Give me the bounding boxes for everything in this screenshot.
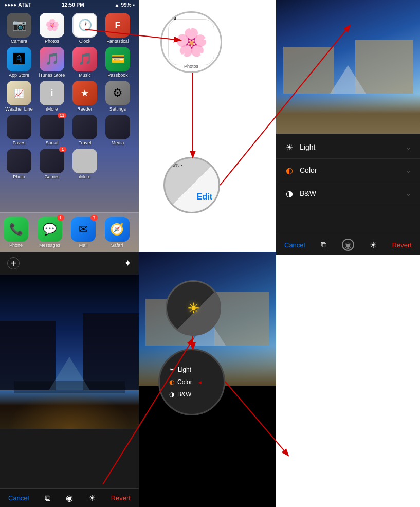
- app-travel[interactable]: Travel: [71, 115, 99, 146]
- app-passbook[interactable]: 💳 Passbook: [104, 47, 132, 78]
- menu-bw-icon: ◑: [169, 391, 174, 398]
- filter-bw-label: B&W: [300, 189, 316, 197]
- app-itunes[interactable]: 🎵 iTunes Store: [38, 47, 66, 78]
- filter-light-label: Light: [300, 143, 315, 151]
- color-icon: ◐: [284, 165, 295, 175]
- menu-bw-label: B&W: [177, 391, 191, 398]
- cancel-button[interactable]: Cancel: [8, 494, 29, 502]
- photos-icon: 🌸: [45, 19, 59, 32]
- revert-button[interactable]: Revert: [111, 494, 131, 502]
- app-imore[interactable]: i iMore: [38, 81, 66, 112]
- app-photo-label: Photo: [5, 174, 33, 179]
- zoom-photos-label: Photos: [184, 64, 198, 69]
- dock: 📞 Phone 💬 1 Messages ✉ 7 Mail: [0, 212, 139, 252]
- app-fantastical-label: Fantastical: [104, 39, 132, 44]
- passbook-icon: 💳: [111, 52, 125, 66]
- filter-list: ☀ Light ⌄ ◐ Color ⌄ ◑ B&W ⌄: [276, 134, 420, 207]
- app-camera[interactable]: 📷 Camera: [5, 13, 33, 44]
- zoom-menu-color: ◐ Color ◄: [169, 378, 203, 386]
- filter-color-left: ◐ Color: [284, 165, 317, 175]
- filter-light[interactable]: ☀ Light ⌄: [276, 136, 420, 159]
- status-time: 12:50 PM: [62, 2, 84, 8]
- app-empty: [104, 149, 132, 179]
- dock-safari[interactable]: 🧭 Safari: [103, 217, 131, 248]
- dock-messages-label: Messages: [36, 243, 64, 248]
- app-camera-label: Camera: [5, 39, 33, 44]
- filter-crop-icon[interactable]: ⧉: [321, 240, 326, 249]
- app-media[interactable]: Media: [104, 115, 132, 146]
- app-passbook-label: Passbook: [104, 73, 132, 78]
- app-music[interactable]: 🎵 Music: [71, 47, 99, 78]
- app-clock[interactable]: 🕐 Clock: [71, 13, 99, 44]
- app-travel-label: Travel: [71, 140, 99, 146]
- weatherline-icon: 📈: [14, 88, 24, 98]
- dock-phone[interactable]: 📞 Phone: [2, 217, 30, 248]
- app-settings-label: Settings: [104, 106, 132, 112]
- app-faves[interactable]: Faves: [5, 115, 33, 146]
- app-games[interactable]: 1 Games: [38, 149, 66, 179]
- app-imore2[interactable]: iMore: [71, 149, 99, 179]
- status-bar: ●●●● AT&T 12:50 PM ▲ 99% ▪: [0, 0, 139, 10]
- app-social[interactable]: 11 Social: [38, 115, 66, 146]
- filter-bw-left: ◑ B&W: [284, 188, 316, 198]
- app-reeder[interactable]: ★ Reeder: [71, 81, 99, 112]
- filter-icon[interactable]: ◉: [66, 493, 73, 503]
- edit-panel: + ✦ Cancel ⧉ ◉ ☀ Revert: [0, 252, 139, 507]
- magic-wand-icon[interactable]: ✦: [124, 258, 132, 269]
- carrier-name: AT&T: [18, 2, 31, 8]
- fantastical-icon: F: [115, 20, 121, 31]
- zoom-menu-circle: ☀ Light ◐ Color ◄ ◑ B&W: [158, 349, 225, 415]
- battery-icon: ▪: [133, 2, 135, 8]
- app-weatherline-label: Weather Line: [5, 106, 33, 112]
- crop-icon[interactable]: ⧉: [45, 494, 50, 503]
- app-media-label: Media: [104, 140, 132, 146]
- app-fantastical[interactable]: F Fantastical: [104, 13, 132, 44]
- menu-color-label: Color: [177, 378, 192, 386]
- app-imore-label: iMore: [38, 106, 66, 112]
- app-settings[interactable]: ⚙ Settings: [104, 81, 132, 112]
- reeder-icon: ★: [81, 87, 89, 99]
- adjust-icon[interactable]: ☀: [88, 493, 96, 503]
- app-photos[interactable]: 🌸 Photos: [38, 13, 66, 44]
- app-weatherline[interactable]: 📈 Weather Line: [5, 81, 33, 112]
- zoom-menu-light: ☀ Light: [169, 366, 191, 373]
- app-photos-label: Photos: [38, 39, 66, 44]
- battery-info: ▲ 99% ▪: [115, 2, 135, 8]
- filter-bottom-bar: Cancel ⧉ ◉ ☀ Revert: [276, 234, 420, 255]
- bw-chevron-icon: ⌄: [406, 189, 412, 197]
- menu-color-icon: ◐: [169, 378, 174, 386]
- zoom-battery: 99% ▪: [170, 162, 182, 168]
- app-photo[interactable]: Photo: [5, 149, 33, 179]
- app-appstore[interactable]: 🅰 App Store: [5, 47, 33, 78]
- filter-adjust-icon[interactable]: ☀: [370, 240, 377, 250]
- dock-messages[interactable]: 💬 1 Messages: [36, 217, 64, 248]
- music-icon: 🎵: [78, 52, 92, 66]
- add-icon[interactable]: +: [7, 257, 20, 269]
- light-icon: ☀: [284, 142, 295, 152]
- filter-cancel-button[interactable]: Cancel: [284, 241, 305, 249]
- app-appstore-label: App Store: [5, 73, 33, 78]
- zoom-photos-circle: 🌸 12:5 Photos: [160, 11, 222, 73]
- filter-filter-icon[interactable]: ◉: [342, 239, 354, 251]
- battery-pct: 99%: [121, 2, 131, 8]
- carrier-signal: ●●●●: [4, 2, 16, 8]
- arrow-indicator: ◄: [197, 379, 203, 385]
- edit-bottom-bar: Cancel ⧉ ◉ ☀ Revert: [0, 488, 139, 507]
- app-music-label: Music: [71, 73, 99, 78]
- messages-icon: 💬: [43, 223, 57, 236]
- filter-color[interactable]: ◐ Color ⌄: [276, 159, 420, 182]
- sun-icon-zoom: ☀: [187, 300, 200, 317]
- filter-light-left: ☀ Light: [284, 142, 315, 152]
- zoom-edit-circle: 99% ▪ Edit: [163, 157, 220, 213]
- app-social-label: Social: [38, 140, 66, 146]
- mail-icon: ✉: [79, 223, 88, 236]
- filter-revert-button[interactable]: Revert: [392, 241, 412, 249]
- filter-color-label: Color: [300, 166, 317, 174]
- app-clock-label: Clock: [71, 39, 99, 44]
- dock-mail-label: Mail: [69, 243, 97, 248]
- phone-icon: 📞: [9, 223, 23, 236]
- filter-bw[interactable]: ◑ B&W ⌄: [276, 182, 420, 205]
- dock-mail[interactable]: ✉ 7 Mail: [69, 217, 97, 248]
- itunes-icon: 🎵: [45, 52, 59, 66]
- messages-badge: 1: [57, 215, 64, 221]
